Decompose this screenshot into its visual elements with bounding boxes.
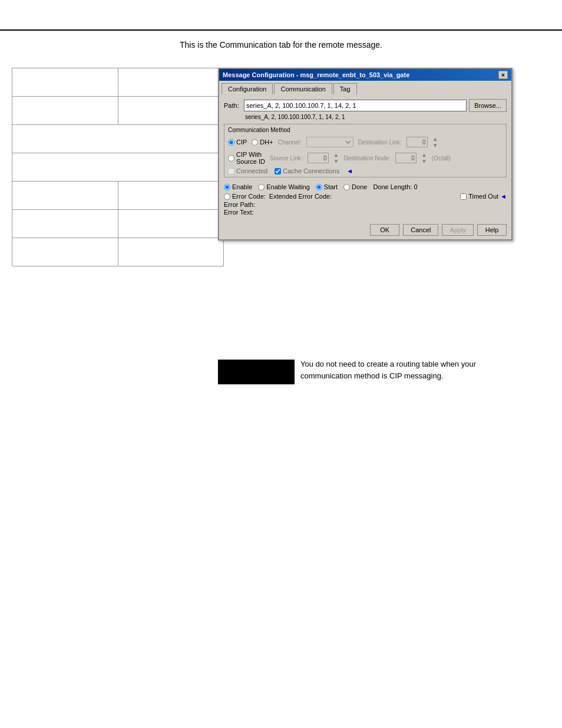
message-config-dialog: Message Configuration - msg_remote_enbt_… [218,68,513,241]
table-cell [12,182,118,210]
dhplus-label: DH+ [260,139,273,146]
dialog-title: Message Configuration - msg_remote_enbt_… [223,71,409,78]
table-cell [12,125,224,153]
timed-out-checkbox[interactable] [460,193,467,200]
black-box-annotation [218,360,295,384]
dest-node-spinbox [395,153,416,163]
error-path-row: Error Path: [224,201,507,208]
dhplus-radio[interactable] [252,139,258,146]
cancel-button[interactable]: Cancel [403,224,438,236]
enable-radio[interactable] [224,184,230,190]
connected-check-label[interactable]: Connected [228,167,267,174]
done-radio[interactable] [343,184,350,190]
enable-radio-label[interactable]: Enable [224,183,252,190]
connected-checkbox[interactable] [228,168,234,174]
top-rule [0,29,562,31]
cip-source-label: CIP WithSource ID [236,151,265,165]
error-row: Error Code: Extended Error Code: Timed O… [224,193,507,200]
done-length: Done Length: 0 [373,183,417,190]
cip-source-radio-label[interactable]: CIP WithSource ID [228,151,265,165]
enable-waiting-label: Enable Waiting [266,183,310,190]
cip-label: CIP [236,139,247,146]
cip-radio[interactable] [228,139,234,146]
connected-row: Connected Cache Connections ◄ [228,167,503,174]
table-cell [118,238,224,266]
error-code-radio-label[interactable]: Error Code: [224,193,266,200]
cip-source-radio[interactable] [228,155,234,162]
done-radio-label[interactable]: Done [343,183,367,190]
source-link-label: Source Link: [270,155,303,162]
annotation-text: You do not need to create a routing tabl… [300,358,489,381]
comm-method-group: Communication Method CIP DH+ Channel: De… [224,124,507,177]
enable-label: Enable [232,183,252,190]
enable-waiting-radio-label[interactable]: Enable Waiting [258,183,310,190]
status-row: Enable Enable Waiting Start Done Done Le… [224,181,507,190]
cache-arrow-icon: ◄ [346,167,353,174]
error-text-label: Error Text: [224,209,254,216]
dhplus-radio-label[interactable]: DH+ [252,139,273,146]
enable-waiting-radio[interactable] [258,184,265,190]
table-cell [118,182,224,210]
extended-error-label: Extended Error Code: [269,193,332,200]
dialog-buttons: OK Cancel Apply Help [219,220,511,239]
table-cell [118,97,224,125]
channel-label: Channel: [278,139,302,146]
cip-radio-label[interactable]: CIP [228,139,247,146]
cache-connections-label: Cache Connections [283,167,339,174]
comm-row2: CIP WithSource ID Source Link: ▲▼ Destin… [228,151,503,165]
source-link-spinbox [308,153,329,163]
path-label: Path: [224,102,242,109]
octall-label: (Octall) [432,155,451,162]
intro-text: This is the Communication tab for the re… [0,40,562,50]
error-path-label: Error Path: [224,201,255,208]
browse-button[interactable]: Browse... [469,99,507,112]
error-code-radio[interactable] [224,193,230,200]
cache-connections-checkbox[interactable] [275,168,281,174]
dialog-body: Path: Browse... series_A, 2, 100.100.100… [219,94,511,220]
tab-bar: Configuration Communication Tag [219,81,511,94]
tab-tag[interactable]: Tag [333,83,357,94]
help-button[interactable]: Help [477,224,507,236]
cache-connections-check-label[interactable]: Cache Connections [275,167,339,174]
connected-label: Connected [236,167,267,174]
table-cell [12,153,224,182]
table-cell [118,68,224,97]
table-cell [12,238,118,266]
dialog-titlebar: Message Configuration - msg_remote_enbt_… [219,69,511,81]
channel-select [306,137,353,147]
error-code-label: Error Code: [232,193,266,200]
timed-out-arrow-icon: ◄ [500,193,507,200]
timed-out-check-label[interactable]: Timed Out ◄ [460,193,507,200]
tab-communication[interactable]: Communication [274,83,332,95]
timed-out-label: Timed Out [468,193,498,200]
dest-node-label: Destination Node: [343,155,391,162]
apply-button[interactable]: Apply [442,224,474,236]
comm-row1: CIP DH+ Channel: Destination Link: ▲▼ [228,136,503,149]
path-subtitle: series_A, 2, 100.100.100.7, 1, 14, 2, 1 [245,114,507,120]
start-radio[interactable] [316,184,322,190]
dest-link-spinbox [406,137,428,147]
start-label: Start [324,183,338,190]
done-label: Done [352,183,367,190]
dialog-close-button[interactable]: × [498,71,508,79]
table-cell [12,97,118,125]
table-cell [12,210,118,238]
left-table [12,68,224,266]
start-radio-label[interactable]: Start [316,183,338,190]
path-row: Path: Browse... [224,99,507,112]
comm-method-title: Communication Method [228,127,503,133]
table-cell [12,68,118,97]
ok-button[interactable]: OK [370,224,399,236]
dest-link-label: Destination Link: [358,139,402,146]
path-input[interactable] [244,100,467,111]
tab-configuration[interactable]: Configuration [222,83,273,94]
error-text-row: Error Text: [224,209,507,216]
table-cell [118,210,224,238]
